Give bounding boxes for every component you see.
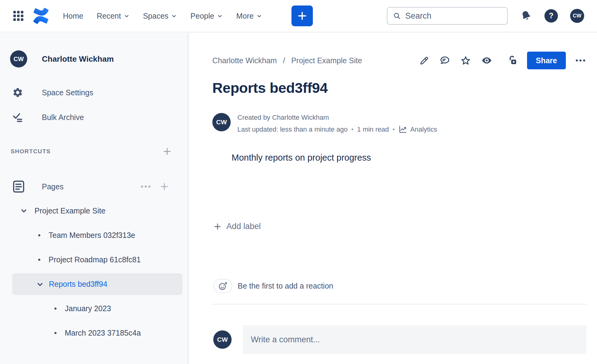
nav-home[interactable]: Home bbox=[63, 12, 83, 20]
gear-icon bbox=[12, 87, 23, 98]
confluence-logo-icon bbox=[33, 8, 49, 24]
nav-people[interactable]: People bbox=[190, 12, 223, 20]
share-button[interactable]: Share bbox=[527, 52, 566, 69]
nav-spaces-label: Spaces bbox=[143, 12, 168, 20]
pages-actions bbox=[140, 182, 169, 191]
comment-input[interactable] bbox=[243, 335, 586, 344]
chevron-down-icon bbox=[124, 13, 130, 19]
bullet-icon bbox=[38, 234, 40, 236]
breadcrumb-space-link[interactable]: Charlotte Wickham bbox=[212, 56, 277, 65]
comment-bubble-icon bbox=[440, 55, 450, 66]
chevron-down-icon bbox=[20, 207, 28, 215]
nav-more[interactable]: More bbox=[236, 12, 262, 20]
profile-avatar[interactable]: CW bbox=[570, 9, 584, 23]
breadcrumb-parent-link[interactable]: Project Example Site bbox=[291, 56, 362, 65]
add-page-button[interactable] bbox=[159, 182, 169, 191]
comments-button[interactable] bbox=[440, 55, 450, 66]
page-title: Reports bed3ff94 bbox=[212, 79, 328, 96]
analytics-link[interactable]: Analytics bbox=[398, 125, 437, 134]
search-input[interactable] bbox=[405, 11, 502, 21]
top-navigation: Home Recent Spaces People More bbox=[0, 0, 597, 32]
app-grid-icon bbox=[12, 9, 25, 23]
content-divider bbox=[212, 304, 587, 304]
bullet-icon bbox=[54, 308, 57, 310]
shortcuts-header: SHORTCUTS bbox=[11, 148, 51, 155]
page-toolbar: Share bbox=[419, 51, 587, 70]
add-label-text: Add label bbox=[226, 222, 261, 231]
analytics-label: Analytics bbox=[410, 126, 437, 133]
chevron-down-icon bbox=[256, 13, 262, 19]
comment-section: CW bbox=[213, 325, 586, 354]
author-avatar[interactable]: CW bbox=[212, 113, 231, 131]
edit-button[interactable] bbox=[419, 56, 429, 66]
sidebar-item-pages[interactable]: Pages bbox=[12, 178, 64, 195]
share-button-label: Share bbox=[536, 56, 557, 65]
space-header[interactable]: CW Charlotte Wickham bbox=[10, 50, 114, 68]
tree-item-label: January 2023 bbox=[65, 304, 111, 313]
commenter-avatar-initials: CW bbox=[217, 336, 228, 343]
ellipsis-icon bbox=[574, 56, 587, 65]
edit-pencil-icon bbox=[419, 56, 429, 66]
tree-item-january-2023[interactable]: January 2023 bbox=[54, 302, 111, 315]
nav-recent-label: Recent bbox=[97, 12, 121, 20]
confluence-logo[interactable] bbox=[33, 8, 49, 24]
sidebar-item-label: Bulk Archive bbox=[42, 113, 84, 122]
created-by-text: Created by Charlotte Wickham bbox=[237, 114, 437, 122]
bullet-icon bbox=[38, 259, 40, 261]
star-button[interactable] bbox=[460, 55, 471, 66]
dot-separator bbox=[352, 129, 353, 130]
notifications-button[interactable] bbox=[520, 10, 532, 22]
nav-recent[interactable]: Recent bbox=[97, 12, 130, 20]
space-sidebar: CW Charlotte Wickham Space Settings Bulk… bbox=[0, 33, 189, 364]
tree-item-label: Team Members 032f313e bbox=[49, 231, 135, 240]
pages-icon bbox=[12, 180, 26, 194]
app-switcher-button[interactable] bbox=[12, 9, 25, 23]
sidebar-item-space-settings[interactable]: Space Settings bbox=[12, 86, 93, 99]
add-label-button[interactable]: Add label bbox=[213, 222, 261, 231]
pages-label: Pages bbox=[42, 182, 64, 191]
bullet-icon bbox=[54, 332, 57, 334]
tree-item-march-2023[interactable]: March 2023 37185c4a bbox=[54, 326, 141, 340]
pages-more-button[interactable] bbox=[140, 182, 152, 191]
plus-icon bbox=[159, 182, 169, 191]
watch-button[interactable] bbox=[481, 55, 492, 66]
tree-item-label: Project Roadmap 61c8fc81 bbox=[49, 255, 141, 264]
more-actions-button[interactable] bbox=[574, 56, 587, 65]
bell-icon bbox=[518, 8, 534, 24]
reactions-section: Be the first to add a reaction bbox=[213, 279, 333, 293]
tree-item-project-roadmap[interactable]: Project Roadmap 61c8fc81 bbox=[38, 253, 141, 266]
chevron-down-icon bbox=[217, 13, 223, 19]
byline: CW Created by Charlotte Wickham Last upd… bbox=[212, 113, 437, 134]
nav-people-label: People bbox=[190, 12, 214, 20]
topnav-right-cluster: CW bbox=[387, 7, 584, 25]
nav-home-label: Home bbox=[63, 12, 83, 20]
tree-item-reports-selected[interactable]: Reports bed3ff94 bbox=[12, 273, 182, 295]
comment-box[interactable] bbox=[243, 325, 586, 354]
nav-spaces[interactable]: Spaces bbox=[143, 12, 177, 20]
chevron-down-icon bbox=[171, 13, 177, 19]
add-shortcut-button[interactable] bbox=[162, 147, 172, 156]
plus-icon bbox=[213, 222, 222, 231]
breadcrumb-separator: / bbox=[283, 56, 285, 65]
help-button[interactable] bbox=[544, 9, 558, 23]
space-avatar: CW bbox=[10, 50, 27, 67]
search-box[interactable] bbox=[387, 7, 508, 25]
add-reaction-button[interactable] bbox=[213, 279, 232, 293]
page-body-text: Monthly reports on project progress bbox=[232, 153, 371, 163]
tree-item-team-members[interactable]: Team Members 032f313e bbox=[38, 228, 135, 242]
sidebar-item-label: Space Settings bbox=[42, 88, 93, 97]
page-content: Charlotte Wickham / Project Example Site bbox=[189, 33, 597, 364]
tree-item-label: Reports bed3ff94 bbox=[49, 280, 107, 289]
tree-item-label: Project Example Site bbox=[35, 206, 105, 215]
shortcuts-section: SHORTCUTS bbox=[11, 145, 172, 158]
plus-icon bbox=[297, 10, 308, 21]
restrictions-button[interactable] bbox=[507, 55, 518, 66]
emoji-add-icon bbox=[218, 282, 228, 291]
search-icon bbox=[393, 11, 401, 20]
create-button[interactable] bbox=[291, 5, 313, 26]
chevron-down-icon bbox=[36, 280, 44, 288]
tree-item-project-example-site[interactable]: Project Example Site bbox=[20, 204, 105, 217]
space-name: Charlotte Wickham bbox=[42, 54, 114, 64]
sidebar-item-bulk-archive[interactable]: Bulk Archive bbox=[12, 111, 84, 124]
reaction-prompt: Be the first to add a reaction bbox=[238, 282, 333, 290]
